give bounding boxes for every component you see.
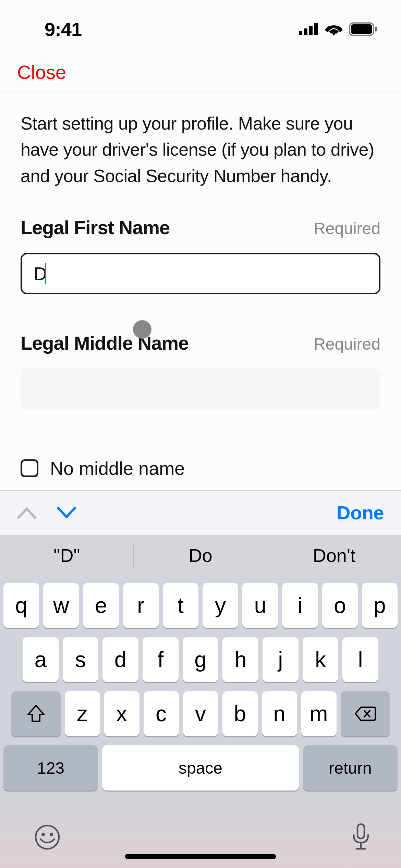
svg-point-8: [41, 833, 45, 836]
key-c[interactable]: c: [144, 691, 179, 736]
suggestion-bar: "D" Do Don't: [0, 535, 401, 576]
text-cursor: [45, 263, 46, 284]
svg-rect-6: [375, 27, 377, 32]
key-d[interactable]: d: [102, 637, 138, 682]
no-middle-name-row[interactable]: No middle name: [21, 458, 380, 479]
key-z[interactable]: z: [65, 691, 100, 736]
kb-row-1: q w e r t y u i o p: [3, 583, 398, 628]
middle-name-label: Legal Middle Name: [21, 332, 189, 354]
key-r[interactable]: r: [123, 583, 159, 628]
status-indicators: [299, 22, 377, 36]
suggestion-3[interactable]: Don't: [267, 535, 401, 576]
dictation-icon[interactable]: [352, 823, 370, 851]
key-g[interactable]: g: [183, 637, 219, 682]
key-m[interactable]: m: [301, 691, 337, 736]
next-field-icon[interactable]: [57, 507, 76, 519]
backspace-icon: [355, 706, 376, 722]
battery-icon: [349, 22, 377, 36]
touch-indicator: [133, 320, 151, 339]
no-middle-name-label: No middle name: [50, 458, 185, 479]
key-u[interactable]: u: [242, 583, 278, 628]
first-name-field: Legal First Name Required D: [21, 216, 380, 294]
first-name-required: Required: [314, 219, 380, 238]
key-e[interactable]: e: [83, 583, 119, 628]
svg-point-7: [36, 825, 59, 849]
svg-rect-2: [309, 26, 313, 35]
key-123[interactable]: 123: [3, 745, 98, 791]
status-time: 9:41: [45, 18, 82, 40]
key-f[interactable]: f: [143, 637, 179, 682]
svg-rect-0: [299, 31, 302, 35]
key-p[interactable]: p: [362, 583, 398, 628]
emoji-icon[interactable]: [34, 824, 60, 850]
key-o[interactable]: o: [322, 583, 358, 628]
key-a[interactable]: a: [23, 637, 59, 682]
key-shift[interactable]: [11, 691, 61, 736]
suggestion-2[interactable]: Do: [134, 535, 267, 576]
middle-name-field: Legal Middle Name Required: [21, 332, 380, 410]
key-b[interactable]: b: [222, 691, 258, 736]
svg-rect-10: [357, 824, 364, 839]
key-i[interactable]: i: [282, 583, 318, 628]
key-n[interactable]: n: [262, 691, 297, 736]
key-w[interactable]: w: [43, 583, 79, 628]
suggestion-1[interactable]: "D": [0, 535, 134, 576]
close-button[interactable]: Close: [17, 61, 66, 83]
first-name-input[interactable]: D: [21, 253, 380, 294]
svg-point-9: [50, 833, 53, 836]
key-h[interactable]: h: [222, 637, 258, 682]
key-s[interactable]: s: [63, 637, 99, 682]
first-name-label: Legal First Name: [21, 216, 170, 239]
kb-row-3: z x c v b n m: [3, 691, 398, 736]
key-q[interactable]: q: [3, 583, 39, 628]
svg-rect-3: [314, 23, 318, 35]
key-y[interactable]: y: [203, 583, 238, 628]
keyboard-accessory-bar: Done: [0, 490, 401, 535]
kb-row-2: a s d f g h j k l: [3, 637, 398, 682]
kb-row-bottom: 123 space return: [3, 745, 398, 791]
middle-name-required: Required: [314, 335, 380, 353]
nav-bar: Close: [0, 51, 401, 93]
key-v[interactable]: v: [183, 691, 218, 736]
status-bar: 9:41: [0, 0, 401, 51]
divider: [0, 93, 401, 93]
key-j[interactable]: j: [263, 637, 299, 682]
keyboard: Done "D" Do Don't q w e r t y u i o p a …: [0, 490, 401, 868]
cellular-icon: [299, 23, 319, 35]
key-l[interactable]: l: [342, 637, 378, 682]
key-t[interactable]: t: [163, 583, 198, 628]
description-text: Start setting up your profile. Make sure…: [21, 110, 380, 189]
key-return[interactable]: return: [303, 745, 398, 791]
keyboard-done-button[interactable]: Done: [337, 502, 384, 524]
key-space[interactable]: space: [102, 745, 299, 791]
key-k[interactable]: k: [303, 637, 339, 682]
no-middle-name-checkbox[interactable]: [21, 459, 38, 477]
key-x[interactable]: x: [104, 691, 139, 736]
form-content: Start setting up your profile. Make sure…: [0, 110, 401, 532]
middle-name-input[interactable]: [21, 369, 380, 410]
home-indicator[interactable]: [125, 854, 276, 859]
svg-rect-1: [304, 28, 307, 35]
key-backspace[interactable]: [341, 691, 390, 736]
svg-rect-5: [351, 24, 372, 34]
wifi-icon: [325, 23, 343, 36]
shift-icon: [27, 705, 45, 723]
prev-field-icon[interactable]: [17, 507, 36, 519]
